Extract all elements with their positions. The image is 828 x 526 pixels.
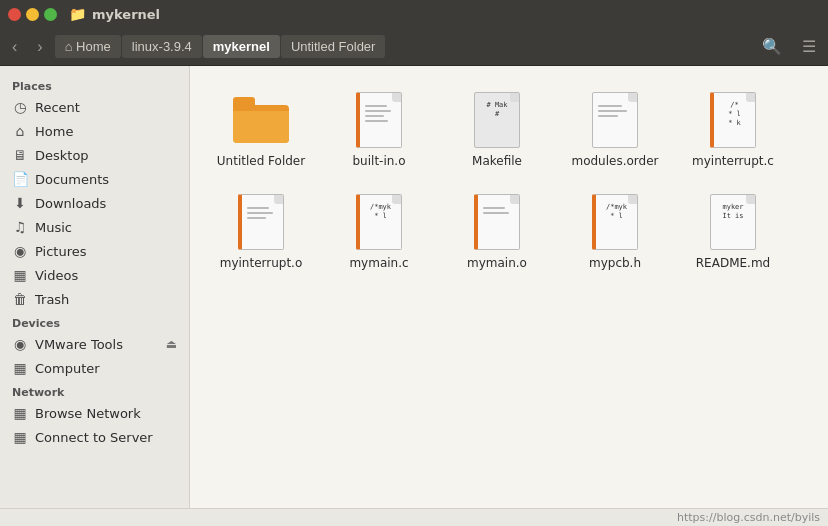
sidebar-item-label: Music: [35, 220, 72, 235]
sidebar-item-label: VMware Tools: [35, 337, 123, 352]
sidebar-item-label: Recent: [35, 100, 80, 115]
sidebar-item-trash[interactable]: 🗑 Trash: [0, 287, 189, 311]
file-item[interactable]: built-in.o: [324, 82, 434, 176]
doc-icon: [356, 92, 402, 148]
status-url: https://blog.csdn.net/byils: [677, 511, 820, 524]
breadcrumb: ⌂ Home linux-3.9.4 mykernel Untitled Fol…: [55, 35, 401, 58]
sidebar-item-label: Connect to Server: [35, 430, 153, 445]
doc-icon-wrapper: [231, 192, 291, 252]
network-label: Network: [0, 380, 189, 401]
places-label: Places: [0, 74, 189, 95]
file-label: built-in.o: [352, 154, 405, 168]
sidebar-item-label: Pictures: [35, 244, 86, 259]
sidebar-item-label: Documents: [35, 172, 109, 187]
sidebar-item-downloads[interactable]: ⬇ Downloads: [0, 191, 189, 215]
sidebar-item-vmware[interactable]: ◉ VMware Tools ⏏: [0, 332, 189, 356]
titlebar-title: mykernel: [92, 7, 160, 22]
back-button[interactable]: ‹: [4, 35, 25, 59]
sidebar-item-label: Trash: [35, 292, 69, 307]
window-controls: [8, 8, 57, 21]
home-icon: ⌂: [12, 123, 28, 139]
titlebar-icon: 📁: [69, 6, 86, 22]
file-label: myinterrupt.o: [220, 256, 303, 270]
sidebar-item-label: Browse Network: [35, 406, 141, 421]
vmware-icon: ◉: [12, 336, 28, 352]
doc-icon-wrapper: /* * l * k: [703, 90, 763, 150]
doc-icon-wrapper: [349, 90, 409, 150]
doc-icon-wrapper: mykerIt is: [703, 192, 763, 252]
sidebar-item-label: Home: [35, 124, 73, 139]
sidebar-item-label: Desktop: [35, 148, 89, 163]
forward-button[interactable]: ›: [29, 35, 50, 59]
file-item[interactable]: mykerIt is README.md: [678, 184, 788, 278]
sidebar-item-pictures[interactable]: ◉ Pictures: [0, 239, 189, 263]
doc-icon: # Mak#: [474, 92, 520, 148]
file-item[interactable]: /*myk * l mymain.c: [324, 184, 434, 278]
breadcrumb-mykernel[interactable]: mykernel: [203, 35, 280, 58]
sidebar-item-music[interactable]: ♫ Music: [0, 215, 189, 239]
file-label: modules.order: [571, 154, 658, 168]
sidebar-item-videos[interactable]: ▦ Videos: [0, 263, 189, 287]
downloads-icon: ⬇: [12, 195, 28, 211]
doc-icon-wrapper: [585, 90, 645, 150]
file-item[interactable]: /*myk * l mypcb.h: [560, 184, 670, 278]
file-item[interactable]: /* * l * k myinterrupt.c: [678, 82, 788, 176]
sidebar-item-documents[interactable]: 📄 Documents: [0, 167, 189, 191]
eject-icon[interactable]: ⏏: [166, 337, 177, 351]
files-grid: Untitled Folder: [206, 82, 812, 278]
sidebar-item-computer[interactable]: ▦ Computer: [0, 356, 189, 380]
doc-icon: [474, 194, 520, 250]
sidebar-item-home[interactable]: ⌂ Home: [0, 119, 189, 143]
file-label: mypcb.h: [589, 256, 641, 270]
sidebar-item-label: Videos: [35, 268, 78, 283]
devices-label: Devices: [0, 311, 189, 332]
recent-icon: ◷: [12, 99, 28, 115]
file-item[interactable]: Untitled Folder: [206, 82, 316, 176]
main: Places ◷ Recent ⌂ Home 🖥 Desktop 📄 Docum…: [0, 66, 828, 508]
music-icon: ♫: [12, 219, 28, 235]
file-label: README.md: [696, 256, 770, 270]
doc-icon: mykerIt is: [710, 194, 756, 250]
sidebar-item-desktop[interactable]: 🖥 Desktop: [0, 143, 189, 167]
folder-icon: [233, 97, 289, 143]
file-item[interactable]: myinterrupt.o: [206, 184, 316, 278]
doc-icon: /*myk * l: [592, 194, 638, 250]
browse-network-icon: ▦: [12, 405, 28, 421]
file-label: Untitled Folder: [217, 154, 305, 168]
search-button[interactable]: 🔍: [754, 33, 790, 60]
doc-icon-wrapper: /*myk * l: [349, 192, 409, 252]
videos-icon: ▦: [12, 267, 28, 283]
maximize-button[interactable]: [44, 8, 57, 21]
file-area: Untitled Folder: [190, 66, 828, 508]
sidebar-item-browse-network[interactable]: ▦ Browse Network: [0, 401, 189, 425]
sidebar-item-recent[interactable]: ◷ Recent: [0, 95, 189, 119]
documents-icon: 📄: [12, 171, 28, 187]
sidebar: Places ◷ Recent ⌂ Home 🖥 Desktop 📄 Docum…: [0, 66, 190, 508]
doc-icon: /*myk * l: [356, 194, 402, 250]
computer-icon: ▦: [12, 360, 28, 376]
pictures-icon: ◉: [12, 243, 28, 259]
folder-icon-wrapper: [231, 90, 291, 150]
minimize-button[interactable]: [26, 8, 39, 21]
doc-icon: [238, 194, 284, 250]
close-button[interactable]: [8, 8, 21, 21]
breadcrumb-linux[interactable]: linux-3.9.4: [122, 35, 202, 58]
sidebar-item-connect-server[interactable]: ▦ Connect to Server: [0, 425, 189, 449]
toolbar: ‹ › ⌂ Home linux-3.9.4 mykernel Untitled…: [0, 28, 828, 66]
file-label: mymain.o: [467, 256, 527, 270]
file-label: mymain.c: [349, 256, 408, 270]
file-item[interactable]: modules.order: [560, 82, 670, 176]
sidebar-item-label: Downloads: [35, 196, 106, 211]
menu-button[interactable]: ☰: [794, 33, 824, 60]
breadcrumb-home[interactable]: ⌂ Home: [55, 35, 121, 58]
sidebar-item-label: Computer: [35, 361, 100, 376]
trash-icon: 🗑: [12, 291, 28, 307]
titlebar: 📁 mykernel: [0, 0, 828, 28]
file-label: Makefile: [472, 154, 522, 168]
file-item[interactable]: mymain.o: [442, 184, 552, 278]
file-label: myinterrupt.c: [692, 154, 774, 168]
doc-icon: [592, 92, 638, 148]
doc-icon-wrapper: # Mak#: [467, 90, 527, 150]
file-item[interactable]: # Mak# Makefile: [442, 82, 552, 176]
breadcrumb-untitled[interactable]: Untitled Folder: [281, 35, 386, 58]
